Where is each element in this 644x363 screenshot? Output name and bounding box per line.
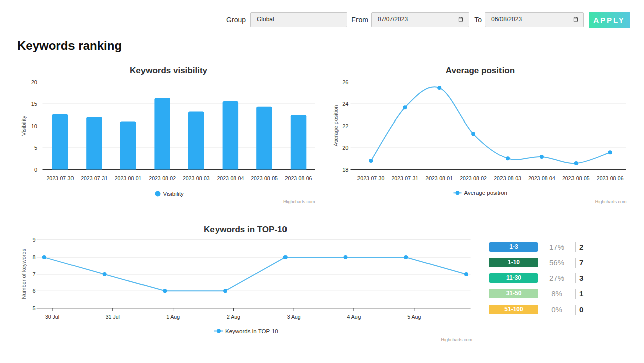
svg-text:Average position: Average position (446, 66, 515, 75)
svg-text:9: 9 (32, 237, 35, 243)
svg-text:2023-08-01: 2023-08-01 (115, 175, 142, 182)
svg-text:20: 20 (31, 79, 37, 85)
svg-text:0: 0 (34, 167, 37, 173)
svg-text:Keywords in TOP-10: Keywords in TOP-10 (225, 328, 278, 334)
svg-text:2023-08-05: 2023-08-05 (562, 175, 590, 182)
svg-text:2023-08-04: 2023-08-04 (217, 175, 244, 182)
svg-text:5 Aug: 5 Aug (407, 314, 421, 320)
svg-text:2023-07-30: 2023-07-30 (357, 175, 385, 182)
svg-text:3 Aug: 3 Aug (287, 314, 301, 320)
svg-text:26: 26 (342, 79, 348, 85)
svg-text:Average position: Average position (464, 190, 507, 196)
svg-text:Keywords visibility: Keywords visibility (130, 66, 208, 75)
svg-text:22: 22 (342, 123, 348, 129)
svg-text:2023-08-05: 2023-08-05 (251, 175, 278, 182)
svg-text:2 Aug: 2 Aug (227, 314, 240, 320)
svg-text:24: 24 (342, 101, 348, 107)
svg-text:Highcharts.com: Highcharts.com (441, 337, 472, 342)
svg-text:2023-08-06: 2023-08-06 (597, 175, 624, 182)
svg-text:6: 6 (32, 288, 35, 294)
svg-text:2023-08-02: 2023-08-02 (149, 175, 176, 182)
svg-text:5: 5 (32, 305, 35, 311)
svg-text:20: 20 (342, 145, 348, 151)
svg-text:2023-08-01: 2023-08-01 (425, 175, 453, 182)
svg-text:1 Aug: 1 Aug (166, 314, 180, 320)
svg-text:2023-07-30: 2023-07-30 (47, 175, 74, 182)
svg-text:2023-07-31: 2023-07-31 (391, 175, 418, 182)
svg-text:2023-08-03: 2023-08-03 (183, 175, 210, 182)
svg-text:v: v (333, 139, 339, 142)
svg-text:8: 8 (32, 254, 35, 260)
svg-text:15: 15 (31, 101, 37, 107)
svg-text:31 Jul: 31 Jul (106, 314, 120, 320)
svg-text:7: 7 (32, 271, 35, 277)
svg-text:Visibility: Visibility (163, 191, 184, 197)
svg-text:30 Jul: 30 Jul (45, 314, 59, 320)
svg-text:5: 5 (34, 145, 37, 151)
svg-text:Keywords in TOP-10: Keywords in TOP-10 (204, 225, 287, 234)
svg-text:2023-08-02: 2023-08-02 (460, 175, 487, 182)
svg-text:2023-08-03: 2023-08-03 (494, 175, 521, 182)
svg-text:10: 10 (31, 123, 37, 129)
svg-text:Highcharts.com: Highcharts.com (283, 199, 315, 204)
svg-text:2023-07-31: 2023-07-31 (81, 175, 108, 182)
svg-text:Visibility: Visibility (21, 115, 27, 136)
svg-text:Number of keywords: Number of keywords (21, 248, 27, 299)
svg-text:2023-08-04: 2023-08-04 (528, 175, 555, 182)
svg-text:4 Aug: 4 Aug (347, 314, 361, 320)
svg-text:2023-08-06: 2023-08-06 (285, 175, 312, 182)
svg-text:18: 18 (342, 167, 348, 173)
svg-text:Highcharts.com: Highcharts.com (595, 199, 627, 204)
